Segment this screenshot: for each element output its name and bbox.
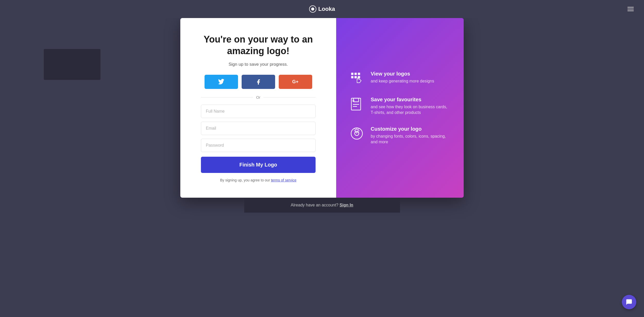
modal-left-panel: You're on your way to an amazing logo! S… <box>180 18 336 198</box>
modal-subtitle: Sign up to save your progress. <box>228 62 288 67</box>
terms-text: By signing up, you agree to our terms of… <box>220 178 296 182</box>
twitter-icon <box>218 79 224 85</box>
full-name-input[interactable] <box>201 105 316 118</box>
modal-right-panel: View your logos and keep generating more… <box>336 18 464 198</box>
feature-view-logos-text: View your logos and keep generating more… <box>371 71 434 84</box>
feature-save-favourites-text: Save your favourites and see how they lo… <box>371 97 451 116</box>
signup-modal: You're on your way to an amazing logo! S… <box>180 18 464 198</box>
chat-bubble-button[interactable] <box>622 295 636 309</box>
twitter-signup-button[interactable] <box>205 75 238 89</box>
feature-save-favourites: Save your favourites and see how they lo… <box>349 97 451 116</box>
logo-text: Looka <box>318 6 335 12</box>
svg-rect-6 <box>354 76 357 78</box>
feature-customize-logo-text: Customize your logo by changing fonts, c… <box>371 126 451 145</box>
svg-rect-3 <box>354 73 357 75</box>
social-buttons-group: G+ <box>201 75 316 89</box>
svg-rect-5 <box>351 76 353 78</box>
have-account-text: Already have an account? <box>291 203 338 207</box>
feature-customize-logo-title: Customize your logo <box>371 126 451 132</box>
google-plus-label: G+ <box>292 79 299 85</box>
google-signup-button[interactable]: G+ <box>279 75 312 89</box>
svg-rect-4 <box>358 73 360 75</box>
bottom-bar: Already have an account? Sign In <box>244 198 400 213</box>
modal-title: You're on your way to an amazing logo! <box>201 34 316 57</box>
chat-icon <box>626 299 632 305</box>
bg-panel-left <box>44 49 100 80</box>
feature-save-favourites-title: Save your favourites <box>371 97 451 103</box>
facebook-icon <box>255 79 261 85</box>
facebook-signup-button[interactable] <box>242 75 275 89</box>
divider-text: Or <box>256 95 260 99</box>
feature-view-logos-desc: and keep generating more designs <box>371 78 434 84</box>
logo: Looka <box>309 5 335 13</box>
finish-logo-button[interactable]: Finish My Logo <box>201 157 316 173</box>
password-input[interactable] <box>201 139 316 152</box>
feature-customize-logo: Customize your logo by changing fonts, c… <box>349 126 451 145</box>
svg-rect-12 <box>352 100 354 102</box>
feature-customize-logo-desc: by changing fonts, colors, icons, spacin… <box>371 134 451 145</box>
save-favourites-icon <box>349 97 365 112</box>
hamburger-menu[interactable] <box>628 7 634 11</box>
svg-rect-7 <box>358 76 360 78</box>
divider: Or <box>201 95 316 99</box>
looka-logo-icon <box>309 5 316 13</box>
sign-in-link[interactable]: Sign In <box>340 203 353 207</box>
terms-of-service-link[interactable]: terms of service <box>271 178 296 182</box>
divider-line-left <box>201 97 253 97</box>
view-logos-icon <box>349 71 365 86</box>
svg-rect-2 <box>351 73 353 75</box>
modal-wrapper: You're on your way to an amazing logo! S… <box>180 18 464 213</box>
feature-view-logos: View your logos and keep generating more… <box>349 71 451 86</box>
feature-save-favourites-desc: and see how they look on business cards,… <box>371 104 451 116</box>
header: Looka <box>0 0 644 18</box>
svg-point-1 <box>311 7 314 11</box>
divider-line-right <box>264 97 316 97</box>
email-input[interactable] <box>201 122 316 135</box>
feature-view-logos-title: View your logos <box>371 71 434 77</box>
customize-logo-icon <box>349 126 365 141</box>
